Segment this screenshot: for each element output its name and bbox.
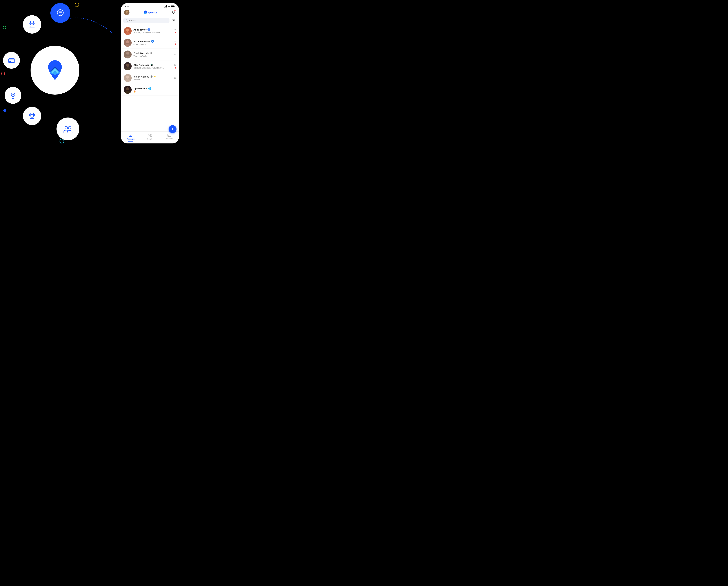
filter-icon xyxy=(172,19,175,22)
avatar-vivian xyxy=(124,74,132,82)
center-logo-circle xyxy=(30,46,79,95)
convo-time-frank: 6h xyxy=(174,53,176,56)
svg-rect-47 xyxy=(126,54,129,55)
avatar-alex xyxy=(124,62,132,70)
svg-point-52 xyxy=(126,76,129,79)
avatar-suzanne xyxy=(124,39,132,47)
channel-icon-chat: 💬 xyxy=(150,75,153,78)
conversation-item-suzanne[interactable]: Suzanne Evans f Great, thank you 2h xyxy=(122,37,178,49)
svg-point-58 xyxy=(130,135,131,135)
conversation-item-anna[interactable]: Anna Taylor T Hi there, I would like to … xyxy=(122,25,178,37)
svg-point-9 xyxy=(33,24,34,25)
convo-content-anna: Anna Taylor T Hi there, I would like to … xyxy=(133,28,171,34)
tab-people-label: People xyxy=(147,138,153,140)
dot-yellow xyxy=(75,3,79,7)
convo-content-dylan: Dylan Prince 🌐 🔥 xyxy=(133,87,174,92)
circle-card xyxy=(3,52,20,69)
svg-line-34 xyxy=(127,21,128,22)
gosite-logo-pin xyxy=(46,59,64,81)
status-bar: 9:41 xyxy=(121,3,179,9)
avatar-anna xyxy=(124,27,132,35)
fab-plus-icon: + xyxy=(171,127,174,132)
conversation-item-dylan[interactable]: Dylan Prince 🌐 🔥 xyxy=(122,84,178,96)
convo-name-frank: Frank Marzulo xyxy=(133,52,149,54)
svg-point-31 xyxy=(126,11,128,13)
svg-rect-14 xyxy=(9,61,11,62)
svg-point-21 xyxy=(32,114,33,115)
fab-button[interactable]: + xyxy=(168,125,177,133)
filter-button[interactable] xyxy=(171,18,177,23)
avatar-frank xyxy=(124,51,132,58)
svg-point-16 xyxy=(12,94,14,96)
brand-name: gosite xyxy=(149,11,157,14)
tab-messages-label: Messages xyxy=(127,138,135,140)
avatar-dylan xyxy=(124,86,132,94)
unread-dot-suzanne xyxy=(175,44,176,45)
phone-mockup: 9:41 xyxy=(121,3,179,143)
unread-dot-alex xyxy=(175,67,176,69)
status-icons xyxy=(164,5,175,7)
search-input-wrapper[interactable] xyxy=(123,18,170,23)
channel-icon-fb: f xyxy=(151,40,154,43)
svg-point-8 xyxy=(32,24,32,25)
notification-dot xyxy=(174,10,176,11)
svg-point-23 xyxy=(68,126,71,129)
tab-payments-icon xyxy=(167,134,171,137)
convo-preview-suzanne: Great, thank you xyxy=(133,43,173,46)
svg-point-20 xyxy=(32,114,32,115)
conversation-item-vivian[interactable]: Vivian Kalinov 💬 ★ Perfect! 1d xyxy=(122,72,178,84)
conversation-item-frank[interactable]: Frank Marzulo ✉ Yeah, that's all. 6h xyxy=(122,49,178,60)
background-area xyxy=(0,0,116,146)
conversation-list: Anna Taylor T Hi there, I would like to … xyxy=(121,25,179,131)
tab-payments-label: Payments xyxy=(165,138,173,139)
tab-people[interactable]: People xyxy=(140,133,160,140)
notification-bell[interactable] xyxy=(171,10,176,15)
search-icon xyxy=(126,19,128,22)
signal-icon xyxy=(164,5,167,7)
dashed-line xyxy=(67,15,116,36)
tab-people-icon xyxy=(148,134,152,137)
convo-preview-alex: Not sure about that, I would have... xyxy=(133,67,173,69)
tab-messages[interactable]: Messages xyxy=(121,133,140,140)
convo-time-alex: 1d xyxy=(174,64,176,66)
convo-content-suzanne: Suzanne Evans f Great, thank you xyxy=(133,40,173,46)
convo-name-suzanne: Suzanne Evans xyxy=(133,40,150,43)
brand-logo: gosite xyxy=(143,10,157,15)
search-input[interactable] xyxy=(129,19,167,22)
convo-preview-anna: Hi there, I would like to know if... xyxy=(133,31,171,34)
convo-name-dylan: Dylan Prince xyxy=(133,87,147,90)
svg-rect-27 xyxy=(166,5,167,7)
user-avatar[interactable] xyxy=(124,9,129,15)
convo-preview-frank: Yeah, that's all. xyxy=(133,55,173,57)
tab-active-bar xyxy=(128,141,133,142)
svg-rect-24 xyxy=(164,7,165,7)
svg-point-55 xyxy=(126,87,129,90)
convo-meta-frank: 6h xyxy=(174,53,176,56)
svg-point-22 xyxy=(65,126,68,129)
svg-rect-25 xyxy=(165,6,166,7)
svg-rect-29 xyxy=(171,6,174,7)
conversation-item-alex[interactable]: Alex Petterson 📱 Not sure about that, I … xyxy=(122,60,178,72)
battery-icon xyxy=(171,5,175,7)
svg-point-60 xyxy=(149,134,150,136)
svg-point-10 xyxy=(30,26,31,27)
convo-preview-dylan: 🔥 xyxy=(133,90,174,92)
tab-bar: Messages People Pa xyxy=(121,131,179,143)
star-icon-vivian: ★ xyxy=(154,75,156,78)
status-time: 9:41 xyxy=(125,5,129,7)
dot-blue-solid xyxy=(3,109,6,112)
svg-point-19 xyxy=(31,114,32,115)
dot-blue-ring xyxy=(59,139,64,143)
convo-preview-vivian: Perfect! xyxy=(133,79,173,81)
circle-calendar xyxy=(23,15,41,33)
convo-content-vivian: Vivian Kalinov 💬 ★ Perfect! xyxy=(133,75,173,81)
convo-name-anna: Anna Taylor xyxy=(133,28,147,31)
channel-icon-email: ✉ xyxy=(150,52,153,54)
tab-messages-icon xyxy=(129,134,132,137)
circle-location xyxy=(5,87,21,104)
channel-icon-text: T xyxy=(148,28,150,31)
svg-point-49 xyxy=(126,64,129,67)
convo-content-frank: Frank Marzulo ✉ Yeah, that's all. xyxy=(133,52,173,57)
svg-rect-12 xyxy=(8,59,15,62)
tab-payments[interactable]: Payments xyxy=(160,133,179,140)
